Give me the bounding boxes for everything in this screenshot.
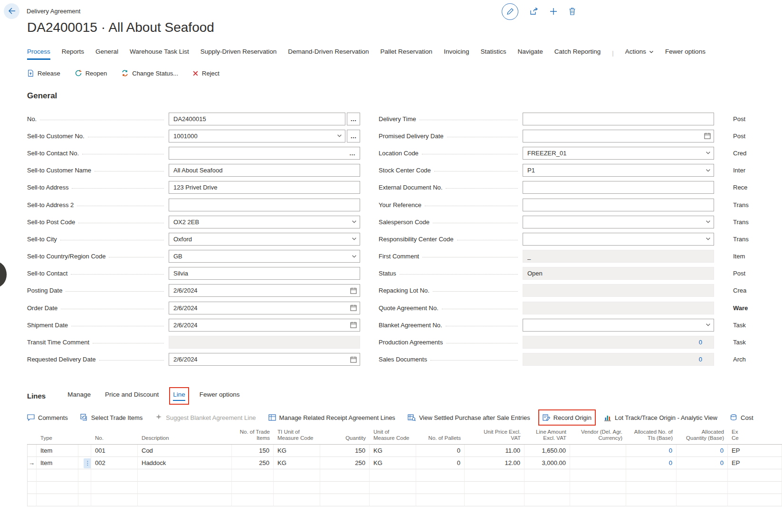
actions-menu[interactable]: Actions [625,48,654,60]
cell-no[interactable]: 001 [91,445,138,457]
column-header-alloc_tls[interactable]: Allocated No. of TIs (Base) [626,427,677,444]
cell-ti_uom[interactable]: KG [274,445,320,457]
cell-pallets[interactable]: 0 [416,457,465,469]
chevron-down-icon[interactable] [352,219,357,225]
cell-clipped[interactable]: EP [728,445,782,457]
field-sell-to-contact[interactable]: Silvia [169,267,360,280]
column-header-alloc_qty[interactable]: Allocated Quantity (Base) [677,427,728,444]
cell-trade_items[interactable]: 250 [232,457,274,469]
field-shipment-date[interactable]: 2/6/2024 [169,319,360,332]
column-header-no[interactable]: No. [91,427,138,444]
lines-action-manage-related-receipt-agreement-lines[interactable]: Manage Related Receipt Agreement Lines [268,414,395,421]
column-header-vendor[interactable]: Vendor (Del. Agr. Currency) [570,427,626,444]
field-sell-to-address-2[interactable] [169,199,360,211]
calendar-icon[interactable] [350,304,357,311]
chevron-down-icon[interactable] [352,237,357,242]
lines-action-select-trade-items[interactable]: Select Trade Items [80,414,143,421]
field-sell-to-customer-no[interactable]: 1001000 [169,130,345,142]
cell-uom[interactable]: KG [370,457,416,469]
lines-action-view-settled-purchase-after-sale-entries[interactable]: View Settled Purchase after Sale Entries [408,414,530,421]
calendar-icon[interactable] [350,287,357,294]
field-promised-delivery-date[interactable] [523,130,714,142]
tab-supply-driven-reservation[interactable]: Supply-Driven Reservation [200,48,277,60]
cell-pallets[interactable]: 0 [416,445,465,457]
delete-icon-button[interactable] [569,8,576,15]
field-sell-to-country-region-code[interactable]: GB [169,250,360,263]
process-action-reject[interactable]: Reject [192,70,219,77]
lines-action-record-origin[interactable]: Record Origin [543,414,591,421]
cell-description[interactable]: Cod [138,445,232,457]
column-header-description[interactable]: Description [138,427,232,444]
cell-trade_items[interactable]: 150 [232,445,274,457]
field-responsibility-center-code[interactable] [523,233,714,246]
cell-alloc_tls[interactable]: 0 [626,457,677,469]
cell-description[interactable]: Haddock [138,457,232,469]
cell-quantity[interactable]: 150 [320,445,370,457]
chevron-down-icon[interactable] [706,151,711,156]
cell-vendor[interactable] [570,445,626,457]
assist-ellipsis-button[interactable]: … [347,130,360,142]
calendar-icon[interactable] [704,133,711,139]
side-pane-toggle[interactable] [0,262,7,287]
field-delivery-time[interactable] [523,113,714,125]
tab-process[interactable]: Process [27,48,50,60]
lines-action-lot-track-trace-origin-analytic-view[interactable]: Lot Track/Trace Origin - Analytic View [604,414,717,421]
tab-statistics[interactable]: Statistics [480,48,506,60]
field-sell-to-city[interactable]: Oxford [169,233,360,246]
cell-ti_uom[interactable]: KG [274,457,320,469]
lines-tab-price-and-discount[interactable]: Price and Discount [105,391,159,401]
cell-vendor[interactable] [570,457,626,469]
process-action-reopen[interactable]: Reopen [75,69,107,77]
column-header-ti_uom[interactable]: TI Unit of Measure Code [274,427,320,444]
cell-alloc_qty[interactable]: 0 [677,457,728,469]
tab-general[interactable]: General [95,48,118,60]
field-your-reference[interactable] [523,199,714,211]
column-header-line_amount[interactable]: Line Amount Excl. VAT [525,427,570,444]
cell-quantity[interactable]: 250 [320,457,370,469]
row-menu-icon[interactable]: ⋮ [84,458,91,468]
tab-catch-reporting[interactable]: Catch Reporting [554,48,601,60]
chevron-down-icon[interactable] [706,168,711,173]
column-header-unit_price[interactable]: Unit Price Excl. VAT [465,427,525,444]
field-order-date[interactable]: 2/6/2024 [169,302,360,314]
share-icon-button[interactable] [530,8,538,15]
cell-no[interactable]: 002 [91,457,138,469]
cell-clipped[interactable]: EP [728,457,782,469]
tab-navigate[interactable]: Navigate [517,48,543,60]
tab-demand-driven-reservation[interactable]: Demand-Driven Reservation [288,48,369,60]
chevron-down-icon[interactable] [352,254,357,259]
lines-action-cost[interactable]: Cost [730,414,753,421]
chevron-down-icon[interactable] [337,133,342,139]
cell-line_amount[interactable]: 3,000.00 [525,457,570,469]
tab-pallet-reservation[interactable]: Pallet Reservation [381,48,433,60]
field-stock-center-code[interactable]: P1 [523,164,714,177]
field-sell-to-address[interactable]: 123 Privet Drive [169,181,360,194]
field-sell-to-contact-no[interactable]: … [169,147,360,160]
column-header-trade_items[interactable]: No. of Trade Items [232,427,274,444]
column-header-uom[interactable]: Unit of Measure Code [370,427,416,444]
field-blanket-agreement-no[interactable] [523,319,714,332]
field-sell-to-post-code[interactable]: OX2 2EB [169,216,360,228]
chevron-down-icon[interactable] [706,237,711,242]
calendar-icon[interactable] [350,322,357,328]
column-header-type[interactable]: Type [37,427,78,444]
calendar-icon[interactable] [350,356,357,363]
lines-action-comments[interactable]: Comments [27,414,68,421]
lines-tab-manage[interactable]: Manage [67,391,91,401]
column-header-quantity[interactable]: Quantity [320,427,370,444]
tab-warehouse-task-list[interactable]: Warehouse Task List [130,48,189,60]
assist-ellipsis-icon[interactable]: … [349,150,355,156]
cell-uom[interactable]: KG [370,445,416,457]
cell-alloc_tls[interactable]: 0 [626,445,677,457]
assist-ellipsis-button[interactable]: … [347,113,360,125]
field-no[interactable]: DA2400015 [169,113,345,125]
cell-alloc_qty[interactable]: 0 [677,445,728,457]
column-header-pallets[interactable]: No. of Pallets [416,427,465,444]
field-sell-to-customer-name[interactable]: All About Seafood [169,164,360,177]
cell-unit_price[interactable]: 12.00 [465,457,525,469]
fewer-options[interactable]: Fewer options [665,48,706,60]
process-action-change-status[interactable]: Change Status... [121,69,178,77]
back-button[interactable] [4,3,19,19]
chevron-down-icon[interactable] [706,323,711,328]
field-location-code[interactable]: FREEZER_01 [523,147,714,160]
